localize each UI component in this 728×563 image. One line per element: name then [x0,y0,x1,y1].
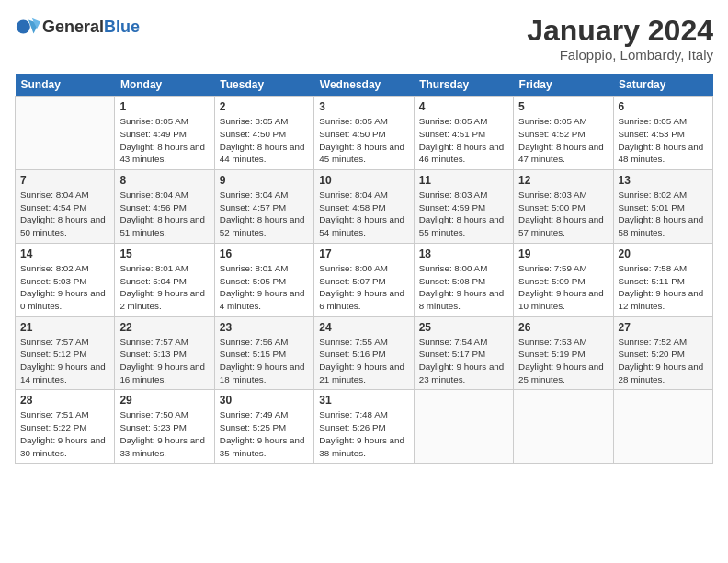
calendar-cell: 7Sunrise: 8:04 AM Sunset: 4:54 PM Daylig… [16,170,115,244]
day-number: 27 [619,321,708,334]
logo-icon [15,15,40,40]
day-number: 29 [119,394,209,407]
day-info: Sunrise: 8:03 AM Sunset: 5:00 PM Dayligh… [518,189,608,239]
day-info: Sunrise: 7:50 AM Sunset: 5:23 PM Dayligh… [119,408,209,459]
day-number: 25 [419,321,508,334]
day-info: Sunrise: 7:56 AM Sunset: 5:15 PM Dayligh… [220,336,309,386]
calendar-cell: 6Sunrise: 8:05 AM Sunset: 4:53 PM Daylig… [613,97,712,170]
day-number: 26 [518,321,608,334]
calendar-week-5: 28Sunrise: 7:51 AM Sunset: 5:22 PM Dayli… [16,390,713,464]
calendar-cell: 11Sunrise: 8:03 AM Sunset: 4:59 PM Dayli… [414,170,513,244]
calendar-week-4: 21Sunrise: 7:57 AM Sunset: 5:12 PM Dayli… [16,316,713,390]
calendar-cell: 12Sunrise: 8:03 AM Sunset: 5:00 PM Dayli… [514,170,613,244]
calendar-cell: 31Sunrise: 7:48 AM Sunset: 5:26 PM Dayli… [314,390,414,464]
title-area: January 2024 Faloppio, Lombardy, Italy [527,15,713,63]
calendar-cell: 29Sunrise: 7:50 AM Sunset: 5:23 PM Dayli… [115,390,214,464]
day-info: Sunrise: 8:02 AM Sunset: 5:03 PM Dayligh… [20,262,109,313]
day-info: Sunrise: 8:04 AM Sunset: 4:57 PM Dayligh… [220,189,309,239]
day-number: 30 [220,394,309,407]
subtitle: Faloppio, Lombardy, Italy [527,47,713,63]
day-number: 20 [619,247,708,260]
calendar-body: 1Sunrise: 8:05 AM Sunset: 4:49 PM Daylig… [16,97,713,464]
day-info: Sunrise: 8:00 AM Sunset: 5:07 PM Dayligh… [319,262,408,313]
calendar-week-2: 7Sunrise: 8:04 AM Sunset: 4:54 PM Daylig… [16,170,713,244]
calendar-cell: 15Sunrise: 8:01 AM Sunset: 5:04 PM Dayli… [115,243,214,316]
day-number: 6 [619,100,708,113]
day-info: Sunrise: 7:48 AM Sunset: 5:26 PM Dayligh… [319,408,408,459]
header-friday: Friday [514,74,613,97]
day-number: 15 [119,247,209,260]
day-number: 24 [319,321,408,334]
header-monday: Monday [115,74,214,97]
day-info: Sunrise: 7:58 AM Sunset: 5:11 PM Dayligh… [619,262,708,313]
header-saturday: Saturday [613,74,712,97]
day-info: Sunrise: 8:05 AM Sunset: 4:51 PM Dayligh… [419,115,508,166]
day-info: Sunrise: 8:04 AM Sunset: 4:58 PM Dayligh… [319,189,408,239]
calendar-cell: 1Sunrise: 8:05 AM Sunset: 4:49 PM Daylig… [115,97,214,170]
header-sunday: Sunday [16,74,115,97]
day-info: Sunrise: 7:59 AM Sunset: 5:09 PM Dayligh… [518,262,608,313]
calendar-cell [613,390,712,464]
day-info: Sunrise: 7:55 AM Sunset: 5:16 PM Dayligh… [319,336,408,386]
day-number: 2 [220,100,309,113]
calendar-cell: 30Sunrise: 7:49 AM Sunset: 5:25 PM Dayli… [214,390,313,464]
calendar-cell: 20Sunrise: 7:58 AM Sunset: 5:11 PM Dayli… [613,243,712,316]
day-info: Sunrise: 8:05 AM Sunset: 4:53 PM Dayligh… [619,115,708,166]
calendar-cell: 16Sunrise: 8:01 AM Sunset: 5:05 PM Dayli… [214,243,313,316]
calendar-cell: 14Sunrise: 8:02 AM Sunset: 5:03 PM Dayli… [16,243,115,316]
calendar-week-1: 1Sunrise: 8:05 AM Sunset: 4:49 PM Daylig… [16,97,713,170]
day-number: 19 [518,247,608,260]
calendar-cell: 21Sunrise: 7:57 AM Sunset: 5:12 PM Dayli… [16,316,115,390]
day-number: 21 [20,321,109,334]
calendar-cell: 24Sunrise: 7:55 AM Sunset: 5:16 PM Dayli… [314,316,414,390]
day-number: 17 [319,247,408,260]
calendar-cell: 5Sunrise: 8:05 AM Sunset: 4:52 PM Daylig… [514,97,613,170]
day-number: 13 [619,174,708,187]
calendar-cell: 19Sunrise: 7:59 AM Sunset: 5:09 PM Dayli… [514,243,613,316]
calendar-container: GeneralBlue January 2024 Faloppio, Lomba… [0,0,728,471]
calendar-cell [16,97,115,170]
calendar-cell: 4Sunrise: 8:05 AM Sunset: 4:51 PM Daylig… [414,97,513,170]
day-info: Sunrise: 7:57 AM Sunset: 5:13 PM Dayligh… [119,336,209,386]
calendar-cell: 13Sunrise: 8:02 AM Sunset: 5:01 PM Dayli… [613,170,712,244]
calendar-cell: 8Sunrise: 8:04 AM Sunset: 4:56 PM Daylig… [115,170,214,244]
day-info: Sunrise: 7:54 AM Sunset: 5:17 PM Dayligh… [419,336,508,386]
day-info: Sunrise: 8:05 AM Sunset: 4:49 PM Dayligh… [119,115,209,166]
calendar-cell [414,390,513,464]
day-info: Sunrise: 8:05 AM Sunset: 4:50 PM Dayligh… [319,115,408,166]
calendar-cell: 9Sunrise: 8:04 AM Sunset: 4:57 PM Daylig… [214,170,313,244]
calendar-cell: 2Sunrise: 8:05 AM Sunset: 4:50 PM Daylig… [214,97,313,170]
weekday-header-row: Sunday Monday Tuesday Wednesday Thursday… [16,74,713,97]
calendar-cell: 23Sunrise: 7:56 AM Sunset: 5:15 PM Dayli… [214,316,313,390]
day-info: Sunrise: 8:04 AM Sunset: 4:54 PM Dayligh… [20,189,109,239]
day-number: 16 [220,247,309,260]
day-info: Sunrise: 7:51 AM Sunset: 5:22 PM Dayligh… [20,408,109,459]
day-info: Sunrise: 8:05 AM Sunset: 4:50 PM Dayligh… [220,115,309,166]
calendar-cell: 17Sunrise: 8:00 AM Sunset: 5:07 PM Dayli… [314,243,414,316]
calendar-week-3: 14Sunrise: 8:02 AM Sunset: 5:03 PM Dayli… [16,243,713,316]
day-info: Sunrise: 7:57 AM Sunset: 5:12 PM Dayligh… [20,336,109,386]
day-info: Sunrise: 8:01 AM Sunset: 5:04 PM Dayligh… [119,262,209,313]
day-info: Sunrise: 8:03 AM Sunset: 4:59 PM Dayligh… [419,189,508,239]
calendar-table: Sunday Monday Tuesday Wednesday Thursday… [15,74,713,464]
day-number: 10 [319,174,408,187]
day-info: Sunrise: 8:05 AM Sunset: 4:52 PM Dayligh… [518,115,608,166]
calendar-cell: 26Sunrise: 7:53 AM Sunset: 5:19 PM Dayli… [514,316,613,390]
main-title: January 2024 [527,15,713,47]
calendar-cell: 25Sunrise: 7:54 AM Sunset: 5:17 PM Dayli… [414,316,513,390]
calendar-cell: 27Sunrise: 7:52 AM Sunset: 5:20 PM Dayli… [613,316,712,390]
logo: GeneralBlue [15,15,140,40]
day-number: 11 [419,174,508,187]
day-number: 8 [119,174,209,187]
logo-text-line1: GeneralBlue [42,18,140,37]
day-number: 4 [419,100,508,113]
day-number: 31 [319,394,408,407]
day-number: 1 [119,100,209,113]
day-number: 7 [20,174,109,187]
calendar-cell: 22Sunrise: 7:57 AM Sunset: 5:13 PM Dayli… [115,316,214,390]
day-info: Sunrise: 8:04 AM Sunset: 4:56 PM Dayligh… [119,189,209,239]
day-number: 12 [518,174,608,187]
day-info: Sunrise: 8:00 AM Sunset: 5:08 PM Dayligh… [419,262,508,313]
header-wednesday: Wednesday [314,74,414,97]
day-number: 5 [518,100,608,113]
